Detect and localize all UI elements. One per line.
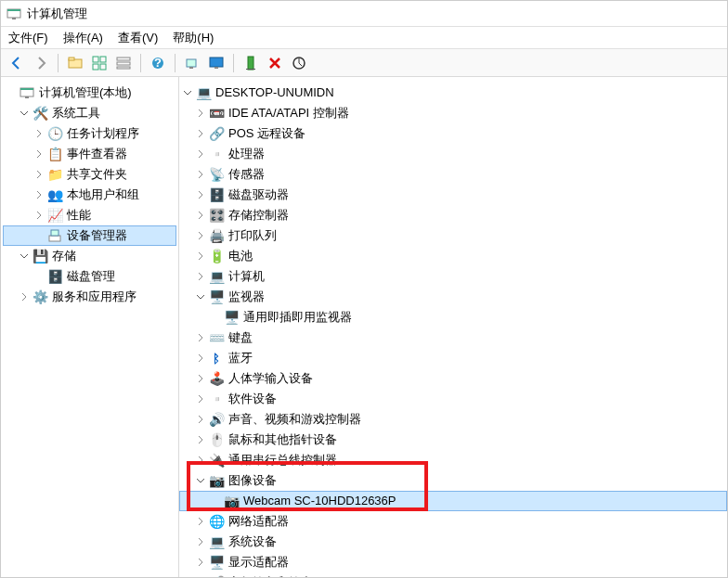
computer-icon bbox=[19, 84, 35, 101]
tree-event-viewer[interactable]: 📋 事件查看器 bbox=[3, 144, 176, 164]
properties-button[interactable] bbox=[240, 53, 261, 73]
chevron-right-icon[interactable] bbox=[32, 209, 46, 222]
node-imaging[interactable]: 📷图像设备 bbox=[179, 470, 727, 491]
expander-icon bbox=[32, 229, 46, 242]
chevron-down-icon[interactable] bbox=[181, 86, 194, 99]
chevron-right-icon[interactable] bbox=[194, 413, 207, 426]
chevron-right-icon[interactable] bbox=[194, 392, 207, 405]
chevron-down-icon[interactable] bbox=[194, 290, 207, 303]
toolbar: ? bbox=[1, 49, 727, 77]
chevron-down-icon[interactable] bbox=[18, 250, 31, 263]
scan-button[interactable] bbox=[182, 53, 202, 73]
folder-button[interactable] bbox=[65, 53, 85, 73]
tree-shared-folders[interactable]: 📁 共享文件夹 bbox=[3, 164, 176, 185]
node-print[interactable]: 🖨️打印队列 bbox=[179, 225, 727, 246]
tree-label: 处理器 bbox=[228, 144, 265, 164]
chevron-right-icon[interactable] bbox=[32, 168, 46, 181]
svg-rect-19 bbox=[246, 69, 255, 70]
chevron-right-icon[interactable] bbox=[18, 290, 31, 303]
chevron-right-icon[interactable] bbox=[194, 352, 207, 365]
node-pos[interactable]: 🔗POS 远程设备 bbox=[179, 123, 727, 144]
tree-label: 设备管理器 bbox=[67, 225, 127, 246]
node-disk-drives[interactable]: 🗄️磁盘驱动器 bbox=[179, 185, 727, 205]
chevron-right-icon[interactable] bbox=[194, 188, 207, 201]
chevron-right-icon[interactable] bbox=[194, 433, 207, 446]
svg-rect-8 bbox=[100, 64, 106, 70]
tree-performance[interactable]: 📈 性能 bbox=[3, 205, 176, 225]
menu-view[interactable]: 查看(V) bbox=[118, 30, 158, 46]
tree-label: 声音、视频和游戏控制器 bbox=[228, 409, 361, 430]
menu-help[interactable]: 帮助(H) bbox=[173, 30, 214, 46]
forward-button[interactable] bbox=[31, 53, 51, 73]
chevron-down-icon[interactable] bbox=[194, 474, 207, 487]
chevron-right-icon[interactable] bbox=[194, 127, 207, 140]
node-webcam[interactable]: 📷Webcam SC-10HDD12636P bbox=[179, 491, 727, 511]
tree-label: 通用即插即用监视器 bbox=[243, 307, 352, 328]
chevron-right-icon[interactable] bbox=[194, 107, 207, 120]
storage-ctrl-icon: 🎛️ bbox=[208, 207, 225, 224]
node-hid[interactable]: 🕹️人体学输入设备 bbox=[179, 368, 727, 389]
chevron-right-icon[interactable] bbox=[194, 372, 207, 385]
menu-action[interactable]: 操作(A) bbox=[63, 30, 103, 46]
back-button[interactable] bbox=[6, 53, 27, 73]
chevron-right-icon[interactable] bbox=[194, 515, 207, 528]
chevron-right-icon[interactable] bbox=[194, 270, 207, 283]
tree-label: 性能 bbox=[67, 205, 91, 225]
node-system-dev[interactable]: 💻系统设备 bbox=[179, 532, 727, 552]
node-usb[interactable]: 🔌通用串行总线控制器 bbox=[179, 450, 727, 470]
node-ide[interactable]: 📼IDE ATA/ATAPI 控制器 bbox=[179, 103, 727, 123]
chevron-right-icon[interactable] bbox=[194, 229, 207, 242]
chevron-right-icon[interactable] bbox=[194, 331, 207, 344]
expander-icon bbox=[209, 311, 222, 324]
list-button[interactable] bbox=[113, 53, 134, 73]
node-cpu[interactable]: ▫️处理器 bbox=[179, 144, 727, 164]
node-monitor[interactable]: 🖥️监视器 bbox=[179, 287, 727, 307]
tree-device-manager[interactable]: 设备管理器 bbox=[3, 225, 176, 246]
node-host[interactable]: 💻 DESKTOP-UNUMIDN bbox=[179, 83, 727, 103]
node-mouse[interactable]: 🖱️鼠标和其他指针设备 bbox=[179, 430, 727, 450]
chevron-right-icon[interactable] bbox=[32, 188, 46, 201]
refresh-button[interactable] bbox=[289, 53, 309, 73]
tree-label: 显示适配器 bbox=[228, 552, 289, 572]
chevron-right-icon[interactable] bbox=[32, 127, 46, 140]
tree-local-users[interactable]: 👥 本地用户和组 bbox=[3, 185, 176, 205]
node-keyboard[interactable]: ⌨️键盘 bbox=[179, 328, 727, 348]
tree-system-tools[interactable]: 🛠️ 系统工具 bbox=[3, 103, 176, 123]
node-pc[interactable]: 💻计算机 bbox=[179, 266, 727, 287]
chevron-down-icon[interactable] bbox=[18, 107, 31, 120]
tree-label: 本地用户和组 bbox=[67, 185, 139, 205]
monitor-button[interactable] bbox=[206, 53, 227, 73]
help-button[interactable]: ? bbox=[148, 53, 168, 73]
tree-task-scheduler[interactable]: 🕒 任务计划程序 bbox=[3, 123, 176, 144]
chevron-right-icon[interactable] bbox=[194, 250, 207, 263]
tree-storage[interactable]: 💾 存储 bbox=[3, 246, 176, 266]
delete-button[interactable] bbox=[265, 53, 285, 73]
node-monitor-generic[interactable]: 🖥️通用即插即用监视器 bbox=[179, 307, 727, 328]
node-network[interactable]: 🌐网络适配器 bbox=[179, 511, 727, 532]
chevron-right-icon[interactable] bbox=[194, 535, 207, 548]
view-button[interactable] bbox=[89, 53, 110, 73]
chevron-right-icon[interactable] bbox=[32, 148, 46, 161]
tree-label: 软件设备 bbox=[228, 389, 277, 409]
node-sound[interactable]: 🔊声音、视频和游戏控制器 bbox=[179, 409, 727, 430]
node-sensors[interactable]: 📡传感器 bbox=[179, 164, 727, 185]
chevron-right-icon[interactable] bbox=[194, 556, 207, 569]
node-bluetooth[interactable]: ᛒ蓝牙 bbox=[179, 348, 727, 368]
chevron-right-icon[interactable] bbox=[194, 454, 207, 467]
node-storage-ctrl[interactable]: 🎛️存储控制器 bbox=[179, 205, 727, 225]
node-audio-io[interactable]: 🎤音频输入和输出 bbox=[179, 572, 727, 578]
chevron-right-icon[interactable] bbox=[194, 168, 207, 181]
disk-icon: 🗄️ bbox=[208, 186, 225, 203]
tree-label: 监视器 bbox=[228, 287, 265, 307]
menu-file[interactable]: 文件(F) bbox=[8, 30, 48, 46]
tree-disk-mgmt[interactable]: 🗄️ 磁盘管理 bbox=[3, 266, 176, 287]
users-icon: 👥 bbox=[46, 186, 63, 203]
chevron-right-icon[interactable] bbox=[194, 209, 207, 222]
node-battery[interactable]: 🔋电池 bbox=[179, 246, 727, 266]
tree-root[interactable]: 计算机管理(本地) bbox=[3, 83, 176, 103]
chevron-right-icon[interactable] bbox=[194, 148, 207, 161]
tree-services-apps[interactable]: ⚙️ 服务和应用程序 bbox=[3, 287, 176, 307]
node-display[interactable]: 🖥️显示适配器 bbox=[179, 552, 727, 572]
share-icon: 📁 bbox=[46, 166, 63, 183]
node-software-dev[interactable]: ▫️软件设备 bbox=[179, 389, 727, 409]
